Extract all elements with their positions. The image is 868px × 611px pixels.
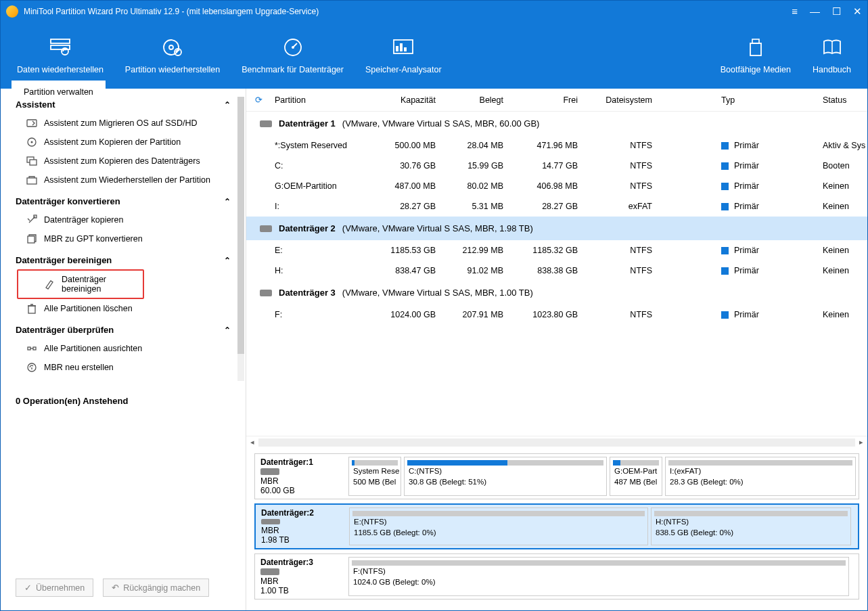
sidebar-scrollbar[interactable] <box>237 97 244 381</box>
partition-row[interactable]: G:OEM-Partition487.00 MB80.02 MB406.98 M… <box>246 176 867 196</box>
recover-data-label: Daten wiederherstellen <box>17 65 104 74</box>
cell-used: 91.02 MB <box>440 266 507 275</box>
disk-icon <box>261 519 280 524</box>
sidebar-item-restore-partition[interactable]: Assistent zum Wiederherstellen der Parti… <box>1 171 246 189</box>
disk-header-row[interactable]: Datenträger 1 (VMware, VMware Virtual S … <box>246 112 867 135</box>
close-icon[interactable]: ✕ <box>853 5 862 18</box>
cell-name: C: <box>271 161 379 171</box>
partition-block[interactable]: I:(exFAT)28.3 GB (Belegt: 0%) <box>665 457 856 496</box>
usage-bar <box>352 560 846 566</box>
partition-row[interactable]: C:30.76 GB15.99 GB14.77 GBNTFSPrimärBoot… <box>246 156 867 176</box>
svg-point-18 <box>31 141 33 143</box>
manual-button[interactable]: Handbuch <box>802 37 862 74</box>
partition-block-name: F:(NTFS) <box>349 566 848 576</box>
space-analyzer-icon <box>392 37 414 58</box>
recover-data-icon <box>49 37 71 58</box>
sidebar-item-label: Alle Partitionen ausrichten <box>44 344 142 353</box>
undo-icon: ↶ <box>112 583 119 593</box>
partition-block-size: 487 MB (Bel <box>610 476 662 487</box>
rebuild-mbr-icon <box>26 362 37 373</box>
sidebar-item-mbr-to-gpt[interactable]: MBR zu GPT konvertieren <box>1 229 246 248</box>
partition-block[interactable]: H:(NTFS)838.5 GB (Belegt: 0%) <box>651 507 851 545</box>
apply-button[interactable]: ✓Übernehmen <box>16 579 93 597</box>
cell-type: Primär <box>717 141 819 150</box>
sidebar-group-check[interactable]: Datenträger überprüfen⌃ <box>1 318 246 339</box>
col-type[interactable]: Typ <box>717 95 819 105</box>
delete-all-icon <box>26 303 37 314</box>
sidebar-item-rebuild-mbr[interactable]: MBR neu erstellen <box>1 358 246 377</box>
usb-icon <box>745 37 767 58</box>
disk-panel[interactable]: Datenträger:2MBR1.98 TBE:(NTFS)1185.5 GB… <box>254 503 859 549</box>
partition-block[interactable]: F:(NTFS)1024.0 GB (Belegt: 0%) <box>348 557 849 596</box>
horizontal-scrollbar[interactable]: ◂▸ <box>246 436 867 448</box>
mbr-to-gpt-icon <box>26 233 37 244</box>
svg-rect-23 <box>28 236 35 243</box>
disk-header-row[interactable]: Datenträger 2 (VMware, VMware Virtual S … <box>246 217 867 240</box>
sidebar-group-convert[interactable]: Datenträger konvertieren⌃ <box>1 189 246 210</box>
sidebar-item-copy-disk[interactable]: Assistent zum Kopieren des Datenträgers <box>1 152 246 171</box>
svg-rect-13 <box>752 39 759 43</box>
maximize-icon[interactable]: ☐ <box>832 5 841 18</box>
menu-icon[interactable]: ≡ <box>792 5 798 18</box>
col-free[interactable]: Frei <box>507 95 582 105</box>
benchmark-button[interactable]: Benchmark für Datenträger <box>231 37 355 74</box>
cell-free: 14.77 GB <box>507 161 582 171</box>
bootable-media-button[interactable]: Bootfähige Medien <box>710 37 802 74</box>
partition-block-name: I:(exFAT) <box>666 466 855 476</box>
cell-name: H: <box>271 266 379 275</box>
undo-button[interactable]: ↶Rückgängig machen <box>103 579 209 597</box>
sidebar-item-copy-partition[interactable]: Assistent zum Kopieren der Partition <box>1 133 246 152</box>
window-title: MiniTool Partition Wizard Pro Ultimativ … <box>24 7 319 16</box>
recover-partition-button[interactable]: Partition wiederherstellen <box>114 37 231 74</box>
col-used[interactable]: Belegt <box>440 95 507 105</box>
sidebar-item-migrate-os[interactable]: Assistent zum Migrieren OS auf SSD/HD <box>1 114 246 133</box>
sidebar-group-assistant[interactable]: Assistent⌃ <box>1 93 246 114</box>
disk-panel-name: Datenträger:2 <box>261 508 341 518</box>
scroll-left-icon[interactable]: ◂ <box>250 438 254 447</box>
partition-row[interactable]: E:1185.53 GB212.99 MB1185.32 GBNTFSPrimä… <box>246 240 867 261</box>
disk-header-row[interactable]: Datenträger 3 (VMware, VMware Virtual S … <box>246 281 867 304</box>
copy-disk2-icon <box>26 214 37 225</box>
partition-block[interactable]: C:(NTFS)30.8 GB (Belegt: 51%) <box>404 457 607 496</box>
disk-panel[interactable]: Datenträger:1MBR60.00 GBSystem Rese500 M… <box>254 453 859 499</box>
space-analyzer-button[interactable]: Speicher-Analysator <box>355 37 453 74</box>
disk-panel-name: Datenträger:3 <box>260 558 340 567</box>
disk-desc: (VMware, VMware Virtual S SAS, MBR, 1.98… <box>342 223 533 233</box>
usage-bar <box>613 460 659 466</box>
cell-free: 406.98 MB <box>507 181 582 191</box>
cell-type: Primär <box>717 202 819 211</box>
partition-block[interactable]: System Rese500 MB (Bel <box>348 457 401 496</box>
sidebar-item-align-all[interactable]: Alle Partitionen ausrichten <box>1 339 246 358</box>
partition-row[interactable]: F:1024.00 GB207.91 MB1023.80 GBNTFSPrimä… <box>246 304 867 325</box>
cell-fs: NTFS <box>582 310 656 319</box>
sidebar-item-wipe-disk[interactable]: Datenträger bereinigen <box>17 269 144 299</box>
cell-name: *:System Reserved <box>271 141 379 150</box>
recover-data-button[interactable]: Daten wiederherstellen <box>6 37 114 74</box>
sidebar-group-clean[interactable]: Datenträger bereinigen⌃ <box>1 248 246 269</box>
restore-partition-icon <box>26 175 37 185</box>
sidebar-item-delete-all[interactable]: Alle Partitionen löschen <box>1 299 246 318</box>
partition-block[interactable]: E:(NTFS)1185.5 GB (Belegt: 0%) <box>349 507 648 545</box>
partition-row[interactable]: *:System Reserved500.00 MB28.04 MB471.96… <box>246 135 867 156</box>
col-fs[interactable]: Dateisystem <box>582 95 656 105</box>
minimize-icon[interactable]: — <box>810 5 820 18</box>
sidebar-item-copy-disk2[interactable]: Datenträger kopieren <box>1 210 246 229</box>
col-partition[interactable]: Partition <box>271 95 379 105</box>
usage-bar <box>668 460 852 466</box>
col-status[interactable]: Status <box>819 95 866 105</box>
disk-panel[interactable]: Datenträger:3MBR1.00 TBF:(NTFS)1024.0 GB… <box>254 553 859 599</box>
cell-fs: exFAT <box>582 202 656 211</box>
disk-panel-info: Datenträger:1MBR60.00 GB <box>255 454 346 499</box>
scroll-right-icon[interactable]: ▸ <box>859 438 863 447</box>
col-capacity[interactable]: Kapazität <box>379 95 440 105</box>
type-square-icon <box>721 247 729 254</box>
partition-row[interactable]: H:838.47 GB91.02 MB838.38 GBNTFSPrimärKe… <box>246 261 867 281</box>
svg-rect-14 <box>750 43 761 55</box>
type-square-icon <box>721 142 729 150</box>
disk-panel-scheme: MBR <box>261 526 341 535</box>
migrate-os-icon <box>26 118 37 129</box>
sidebar-item-label: Assistent zum Wiederherstellen der Parti… <box>44 175 210 185</box>
partition-row[interactable]: I:28.27 GB5.31 MB28.27 GBexFATPrimärKein… <box>246 196 867 217</box>
partition-block[interactable]: G:OEM-Part487 MB (Bel <box>610 457 662 496</box>
refresh-button[interactable]: ⟳ <box>246 95 271 105</box>
